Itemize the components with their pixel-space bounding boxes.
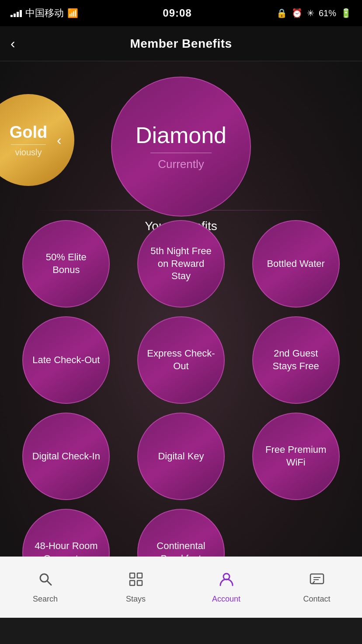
search-icon xyxy=(38,571,53,591)
nav-item-search[interactable]: Search xyxy=(0,571,90,604)
nav-account-label: Account xyxy=(212,595,240,604)
nav-item-stays[interactable]: Stays xyxy=(90,571,181,604)
benefit-item-6[interactable]: Digital Check-In xyxy=(22,413,110,500)
svg-rect-7 xyxy=(310,574,324,584)
gold-tier-circle[interactable]: Gold viously xyxy=(0,94,74,186)
benefit-item-4[interactable]: Express Check-Out xyxy=(137,316,225,404)
carrier-label: 中国移动 xyxy=(25,7,64,20)
contact-icon xyxy=(309,571,325,591)
nav-item-contact[interactable]: Contact xyxy=(272,571,362,604)
gold-tier-name: Gold xyxy=(10,123,48,142)
signal-icon xyxy=(10,9,22,17)
benefit-item-2[interactable]: Bottled Water xyxy=(252,220,340,308)
bluetooth-icon: ✳ xyxy=(307,8,314,18)
nav-item-account[interactable]: Account xyxy=(181,571,272,604)
lock-icon: 🔒 xyxy=(276,8,287,18)
bottom-navigation: Search Stays Account xyxy=(0,556,362,618)
benefit-item-1[interactable]: 5th Night Free on Reward Stay xyxy=(137,220,225,308)
back-button[interactable]: ‹ xyxy=(10,35,15,52)
benefits-section: Your Benefits 50% Elite Bonus 5th Night … xyxy=(0,210,362,561)
svg-rect-4 xyxy=(130,581,135,585)
nav-contact-label: Contact xyxy=(303,595,330,604)
carousel-left-chevron[interactable]: ‹ xyxy=(57,132,62,148)
alarm-icon: ⏰ xyxy=(292,8,303,18)
tier-carousel: Gold viously ‹ Diamond Currently xyxy=(0,61,362,219)
gold-divider xyxy=(11,144,46,145)
nav-search-label: Search xyxy=(33,595,58,604)
diamond-tier-name: Diamond xyxy=(136,122,226,148)
benefit-item-3[interactable]: Late Check-Out xyxy=(22,316,110,404)
account-icon xyxy=(219,571,234,591)
benefit-item-7[interactable]: Digital Key xyxy=(137,413,225,500)
status-bar: 中国移动 📶 09:08 🔒 ⏰ ✳ 61% 🔋 xyxy=(0,0,362,26)
main-content: Gold viously ‹ Diamond Currently Your Be… xyxy=(0,61,362,618)
header: ‹ Member Benefits xyxy=(0,26,362,61)
benefit-item-5[interactable]: 2nd Guest Stays Free xyxy=(252,316,340,404)
diamond-tier-sub: Currently xyxy=(158,158,204,171)
svg-rect-2 xyxy=(130,573,135,578)
svg-line-1 xyxy=(47,581,51,585)
wifi-icon: 📶 xyxy=(67,8,78,18)
benefit-item-8[interactable]: Free Premium WiFi xyxy=(252,413,340,500)
nav-stays-label: Stays xyxy=(126,595,146,604)
benefits-grid: 50% Elite Bonus 5th Night Free on Reward… xyxy=(9,246,353,561)
diamond-tier-circle[interactable]: Diamond Currently xyxy=(111,77,251,217)
svg-rect-5 xyxy=(137,581,142,585)
benefit-item-0[interactable]: 50% Elite Bonus xyxy=(22,220,110,308)
battery-icon: 🔋 xyxy=(341,8,352,18)
gold-tier-sub: viously xyxy=(15,147,42,158)
status-right: 🔒 ⏰ ✳ 61% 🔋 xyxy=(276,8,352,18)
battery-label: 61% xyxy=(319,8,336,18)
status-left: 中国移动 📶 xyxy=(10,7,78,20)
svg-rect-3 xyxy=(137,573,142,578)
diamond-divider xyxy=(150,153,212,153)
page-title: Member Benefits xyxy=(130,37,232,51)
time-display: 09:08 xyxy=(163,7,191,19)
stays-icon xyxy=(128,571,144,591)
